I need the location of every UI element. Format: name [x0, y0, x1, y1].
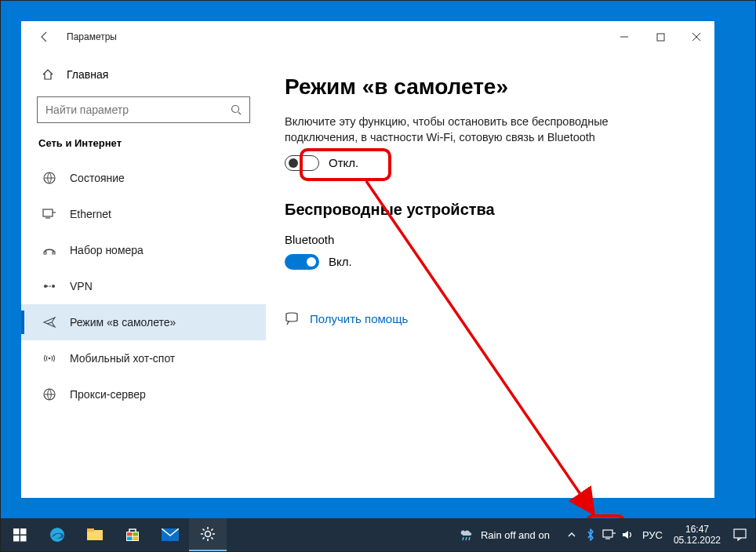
airplane-mode-toggle[interactable] [285, 155, 319, 171]
sidebar-group-label: Сеть и Интернет [21, 137, 266, 160]
taskbar-edge[interactable] [38, 518, 76, 551]
page-title: Режим «в самолете» [285, 74, 699, 100]
taskbar: Rain off and on РУС 16:47 05.12.2022 [1, 518, 755, 551]
airplane-icon [42, 315, 57, 329]
bluetooth-label: Bluetooth [285, 233, 699, 246]
sidebar-item-dialup[interactable]: Набор номера [21, 232, 266, 268]
svg-rect-20 [13, 536, 20, 542]
tray-time: 16:47 [685, 524, 709, 535]
maximize-button[interactable] [642, 21, 678, 53]
tray-chevron[interactable] [562, 518, 581, 551]
sidebar-search[interactable] [37, 96, 250, 123]
svg-rect-46 [734, 529, 746, 538]
help-icon [285, 312, 299, 326]
sidebar-item-label: Набор номера [70, 244, 144, 256]
taskbar-settings[interactable] [189, 518, 227, 551]
dialup-icon [42, 245, 57, 256]
svg-point-15 [49, 358, 51, 360]
tray-date: 05.12.2022 [674, 535, 721, 546]
svg-rect-21 [20, 536, 27, 542]
proxy-icon [42, 387, 57, 401]
svg-line-36 [203, 529, 205, 531]
bluetooth-toggle-label: Вкл. [329, 255, 352, 268]
svg-rect-43 [603, 530, 612, 537]
sidebar-item-label: VPN [70, 280, 93, 292]
svg-point-31 [205, 532, 211, 537]
svg-rect-19 [20, 528, 27, 535]
sidebar-item-label: Режим «в самолете» [70, 316, 176, 329]
sidebar-home-label: Главная [67, 68, 108, 81]
weather-icon [459, 528, 474, 542]
svg-line-42 [469, 537, 470, 540]
close-button[interactable] [678, 21, 714, 53]
ethernet-icon [42, 209, 57, 220]
page-description: Включите эту функцию, чтобы остановить в… [285, 114, 677, 146]
taskbar-mail[interactable] [151, 518, 189, 551]
search-icon [231, 104, 242, 115]
svg-point-13 [52, 285, 55, 288]
svg-rect-11 [53, 252, 55, 254]
sidebar-item-label: Состояние [70, 172, 125, 184]
bluetooth-toggle[interactable] [285, 254, 319, 270]
search-input[interactable] [45, 104, 231, 116]
sidebar-item-proxy[interactable]: Прокси-сервер [21, 376, 266, 412]
vpn-icon [42, 281, 57, 292]
sidebar-item-airplane[interactable]: Режим «в самолете» [21, 304, 266, 340]
airplane-toggle-label: Откл. [329, 156, 358, 169]
tray-network-icon[interactable] [600, 518, 619, 551]
tray-clock[interactable]: 16:47 05.12.2022 [667, 524, 727, 547]
tray-volume-icon[interactable] [619, 518, 638, 551]
svg-line-39 [211, 529, 213, 531]
help-link-label: Получить помощь [310, 312, 408, 325]
home-icon [42, 68, 54, 81]
svg-line-5 [238, 112, 241, 114]
taskbar-explorer[interactable] [76, 518, 114, 551]
svg-line-41 [466, 537, 467, 540]
taskbar-store[interactable] [114, 518, 151, 551]
get-help-link[interactable]: Получить помощь [285, 312, 699, 326]
back-button[interactable] [29, 21, 60, 53]
airplane-toggle-row: Откл. [285, 155, 699, 171]
svg-rect-29 [133, 537, 139, 541]
window-title: Параметры [67, 31, 117, 42]
tray-bluetooth-icon[interactable] [581, 518, 600, 551]
sidebar-item-ethernet[interactable]: Ethernet [21, 196, 266, 232]
bluetooth-toggle-row: Вкл. [285, 254, 699, 270]
sidebar-item-label: Мобильный хот-спот [70, 352, 175, 365]
tray-notifications-icon[interactable] [727, 518, 752, 551]
sidebar-item-hotspot[interactable]: Мобильный хот-спот [21, 340, 266, 376]
settings-window: Параметры Главная [21, 21, 714, 498]
sidebar-item-vpn[interactable]: VPN [21, 268, 266, 304]
svg-point-4 [232, 106, 239, 113]
sidebar-item-label: Ethernet [70, 208, 111, 220]
svg-rect-7 [43, 209, 53, 216]
svg-point-12 [44, 285, 47, 288]
sidebar: Главная Сеть и Интернет Состояние Ether [21, 53, 266, 498]
titlebar: Параметры [21, 21, 714, 53]
status-icon [42, 171, 57, 185]
sidebar-home[interactable]: Главная [21, 60, 266, 89]
sidebar-item-label: Прокси-сервер [70, 388, 146, 401]
svg-rect-27 [133, 532, 139, 536]
wireless-section-heading: Беспроводные устройства [285, 201, 699, 219]
hotspot-icon [42, 352, 57, 365]
tray-language[interactable]: РУС [638, 529, 667, 541]
svg-rect-1 [657, 34, 664, 41]
svg-rect-10 [44, 252, 46, 254]
weather-text: Rain off and on [481, 529, 550, 541]
svg-line-40 [463, 537, 463, 540]
svg-rect-24 [87, 528, 94, 532]
svg-line-37 [211, 537, 213, 539]
svg-rect-18 [13, 528, 20, 535]
taskbar-weather[interactable]: Rain off and on [459, 528, 550, 542]
start-button[interactable] [1, 518, 38, 551]
sidebar-item-status[interactable]: Состояние [21, 160, 266, 196]
svg-line-38 [203, 537, 205, 539]
minimize-button[interactable] [606, 21, 642, 53]
content-area: Режим «в самолете» Включите эту функцию,… [266, 53, 714, 498]
svg-rect-26 [127, 532, 133, 536]
svg-rect-28 [127, 537, 133, 541]
